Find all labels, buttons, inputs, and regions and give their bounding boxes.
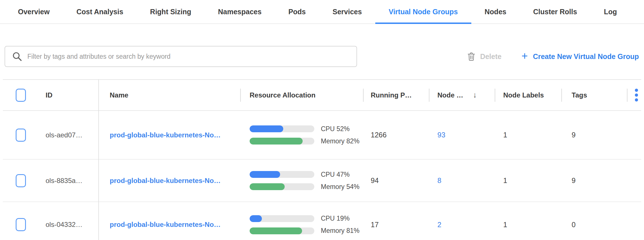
row-checkbox[interactable] — [16, 174, 26, 187]
tags-count: 0 — [572, 221, 576, 229]
vng-name-link[interactable]: prod-global-blue-kubernetes-No… — [110, 221, 221, 229]
memory-label: Memory 54% — [321, 183, 359, 191]
vng-id: ols-aed07… — [46, 131, 82, 139]
tab-nodes[interactable]: Nodes — [471, 0, 520, 23]
node-labels-count: 1 — [503, 176, 507, 185]
column-settings-cell — [627, 80, 644, 110]
virtual-node-groups-table: ID Name Resource Allocation Running P… N… — [3, 79, 641, 240]
memory-bar — [250, 227, 314, 234]
create-label: Create New Virtual Node Group — [533, 52, 639, 61]
tab-services[interactable]: Services — [319, 0, 375, 23]
plus-icon: + — [521, 50, 528, 61]
tab-bar: Overview Cost Analysis Right Sizing Name… — [0, 0, 644, 24]
cpu-bar — [250, 125, 314, 132]
cpu-label: CPU 52% — [321, 125, 350, 133]
tab-overview[interactable]: Overview — [5, 0, 63, 23]
node-labels-count: 1 — [503, 221, 507, 229]
node-labels-count: 1 — [503, 131, 507, 139]
nodes-count-link[interactable]: 93 — [437, 131, 445, 139]
tab-right-sizing[interactable]: Right Sizing — [137, 0, 205, 23]
resource-allocation: CPU 52% Memory 82% — [250, 125, 359, 145]
trash-icon — [467, 52, 476, 61]
column-header-nodes[interactable]: Node … ↓ — [429, 80, 495, 110]
memory-bar — [250, 138, 314, 145]
resource-allocation: CPU 47% Memory 54% — [250, 171, 359, 191]
column-header-node-labels[interactable]: Node Labels — [495, 80, 561, 110]
cpu-label: CPU 19% — [321, 215, 350, 222]
table-row: ols-aed07… prod-global-blue-kubernetes-N… — [3, 111, 641, 160]
memory-label: Memory 81% — [321, 227, 359, 235]
tab-cluster-rolls[interactable]: Cluster Rolls — [520, 0, 590, 23]
resource-allocation: CPU 19% Memory 81% — [250, 215, 359, 235]
search-icon — [12, 51, 22, 62]
nodes-count-link[interactable]: 8 — [437, 176, 441, 185]
tags-count: 9 — [572, 176, 576, 185]
tab-virtual-node-groups[interactable]: Virtual Node Groups — [375, 0, 471, 23]
sort-desc-icon[interactable]: ↓ — [473, 91, 477, 99]
toolbar: Delete + Create New Virtual Node Group — [0, 46, 644, 67]
table-row: ols-04332… prod-global-blue-kubernetes-N… — [3, 202, 641, 240]
table-row: ols-8835a… prod-global-blue-kubernetes-N… — [3, 160, 641, 202]
table-header-row: ID Name Resource Allocation Running P… N… — [3, 79, 641, 111]
column-header-name[interactable]: Name — [98, 80, 240, 110]
delete-label: Delete — [480, 52, 502, 61]
tab-namespaces[interactable]: Namespaces — [205, 0, 275, 23]
nodes-count-link[interactable]: 2 — [437, 221, 441, 229]
cpu-label: CPU 47% — [321, 171, 350, 178]
delete-button[interactable]: Delete — [467, 52, 502, 61]
tags-count: 9 — [572, 131, 576, 139]
memory-label: Memory 82% — [321, 137, 359, 145]
row-checkbox[interactable] — [16, 129, 26, 142]
column-header-running-pods[interactable]: Running P… — [363, 80, 429, 110]
search-input[interactable] — [27, 53, 351, 60]
vng-name-link[interactable]: prod-global-blue-kubernetes-No… — [110, 131, 221, 139]
kebab-menu-icon[interactable] — [635, 89, 638, 101]
row-checkbox[interactable] — [16, 218, 26, 231]
column-header-id[interactable]: ID — [40, 80, 98, 110]
running-pods-count: 94 — [371, 176, 379, 185]
cpu-bar — [250, 215, 314, 222]
select-all-checkbox[interactable] — [16, 89, 26, 102]
tab-pods[interactable]: Pods — [275, 0, 319, 23]
running-pods-count: 17 — [371, 221, 379, 229]
tab-log[interactable]: Log — [590, 0, 630, 23]
running-pods-count: 1266 — [371, 131, 387, 139]
column-header-resource-allocation[interactable]: Resource Allocation — [240, 80, 363, 110]
column-header-tags[interactable]: Tags — [561, 80, 627, 110]
vng-id: ols-8835a… — [46, 177, 82, 185]
column-header-nodes-label: Node … — [437, 91, 463, 99]
vng-name-link[interactable]: prod-global-blue-kubernetes-No… — [110, 177, 221, 185]
vng-id: ols-04332… — [46, 221, 82, 229]
search-field[interactable] — [5, 46, 357, 67]
create-virtual-node-group-button[interactable]: + Create New Virtual Node Group — [521, 52, 639, 61]
tab-cost-analysis[interactable]: Cost Analysis — [63, 0, 136, 23]
memory-bar — [250, 183, 314, 190]
cpu-bar — [250, 171, 314, 178]
